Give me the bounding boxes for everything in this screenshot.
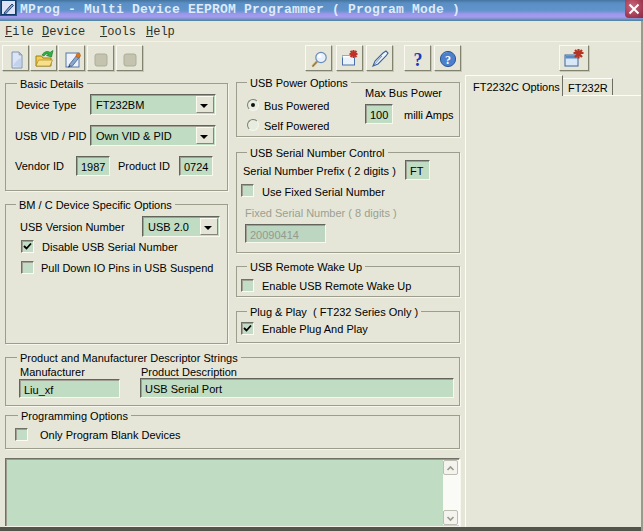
svg-text:?: ? xyxy=(445,53,451,67)
svg-text:?: ? xyxy=(414,50,423,70)
